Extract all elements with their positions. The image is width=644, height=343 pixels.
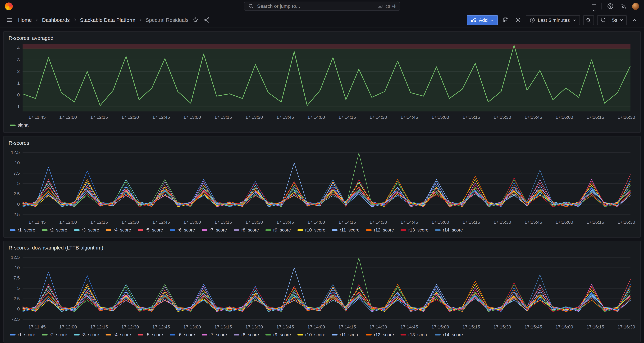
search-input[interactable] xyxy=(257,3,374,9)
legend-item-r2_score[interactable]: r2_score xyxy=(42,227,67,232)
legend-marker xyxy=(170,229,176,230)
legend-item-r4_score[interactable]: r4_score xyxy=(106,227,131,232)
x-axis-label: 17:12:00 xyxy=(59,324,77,329)
legend-item-r11_score[interactable]: r11_score xyxy=(332,227,360,232)
legend-label: r7_score xyxy=(209,227,227,232)
legend-item-r7_score[interactable]: r7_score xyxy=(202,227,227,232)
breadcrumb-folder[interactable]: Stackable Data Platform xyxy=(80,17,135,23)
x-axis-label: 17:16:15 xyxy=(586,324,604,329)
legend-item-r3_score[interactable]: r3_score xyxy=(74,227,99,232)
time-range-picker[interactable]: Last 5 minutes xyxy=(526,15,580,25)
legend-marker xyxy=(106,334,112,335)
share-button[interactable] xyxy=(202,16,212,25)
add-panel-button[interactable]: Add xyxy=(467,15,498,25)
breadcrumb-home[interactable]: Home xyxy=(18,17,32,23)
panel-title[interactable]: R-scores: averaged xyxy=(9,34,635,43)
refresh-interval-label: 5s xyxy=(612,17,617,23)
x-axis-label: 17:15:00 xyxy=(432,115,449,120)
legend-marker xyxy=(332,334,338,335)
legend-marker xyxy=(234,334,239,335)
legend-item-signal[interactable]: signal xyxy=(10,123,30,127)
legend-label: r14_score xyxy=(443,227,463,232)
refresh-button[interactable] xyxy=(598,16,609,25)
save-dashboard-button[interactable] xyxy=(501,16,510,25)
panel-rscores: R-scores 12.5107.552.50-2.517:11:4517:12… xyxy=(3,136,641,238)
legend-item-r1_score[interactable]: r1_score xyxy=(10,227,35,232)
search-icon xyxy=(248,3,254,10)
chart-svg[interactable]: 43210-117:11:4517:12:0017:12:1517:12:301… xyxy=(9,43,636,121)
legend-item-r8_score[interactable]: r8_score xyxy=(234,227,259,232)
x-axis-label: 17:16:00 xyxy=(556,115,573,120)
legend-label: r1_score xyxy=(18,227,35,232)
legend-item-r11_score[interactable]: r11_score xyxy=(332,332,360,337)
legend-marker xyxy=(10,334,16,335)
legend-item-r9_score[interactable]: r9_score xyxy=(266,227,291,232)
panel-title[interactable]: R-scores xyxy=(9,139,635,147)
timeseries-chart[interactable]: 12.5107.552.50-2.517:11:4517:12:0017:12:… xyxy=(9,252,635,330)
legend-item-r14_score[interactable]: r14_score xyxy=(435,332,463,337)
legend-item-r8_score[interactable]: r8_score xyxy=(234,332,259,337)
user-avatar[interactable] xyxy=(632,3,639,10)
chevron-right-icon xyxy=(73,18,77,22)
grafana-logo[interactable] xyxy=(5,2,13,10)
x-axis-label: 17:12:30 xyxy=(121,115,139,120)
settings-gear-icon xyxy=(515,17,521,23)
legend-item-r5_score[interactable]: r5_score xyxy=(138,332,163,337)
legend-item-r14_score[interactable]: r14_score xyxy=(435,227,463,232)
dashboard-settings-button[interactable] xyxy=(514,16,522,25)
chart-svg[interactable]: 12.5107.552.50-2.517:11:4517:12:0017:12:… xyxy=(9,252,636,330)
timeseries-chart[interactable]: 12.5107.552.50-2.517:11:4517:12:0017:12:… xyxy=(9,147,635,225)
legend-item-r13_score[interactable]: r13_score xyxy=(400,227,428,232)
x-axis-label: 17:15:15 xyxy=(462,115,480,120)
shortcut-label: ctrl+k xyxy=(386,4,396,9)
legend-item-r10_score[interactable]: r10_score xyxy=(297,227,325,232)
timeseries-chart[interactable]: 43210-117:11:4517:12:0017:12:1517:12:301… xyxy=(9,43,635,121)
legend-item-r5_score[interactable]: r5_score xyxy=(138,227,163,232)
legend-item-r12_score[interactable]: r12_score xyxy=(366,332,394,337)
chart-svg[interactable]: 12.5107.552.50-2.517:11:4517:12:0017:12:… xyxy=(9,147,636,225)
x-axis-label: 17:13:00 xyxy=(183,324,201,329)
x-axis-label: 17:15:00 xyxy=(432,324,449,329)
new-item-button[interactable] xyxy=(591,2,597,11)
legend-item-r2_score[interactable]: r2_score xyxy=(42,332,67,337)
legend-label: r8_score xyxy=(241,332,259,337)
breadcrumb-dashboards[interactable]: Dashboards xyxy=(42,17,70,23)
legend-label: signal xyxy=(18,123,30,127)
x-axis-label: 17:14:15 xyxy=(338,115,356,120)
help-button[interactable] xyxy=(606,2,615,11)
legend-item-r6_score[interactable]: r6_score xyxy=(170,332,195,337)
zoom-out-time-button[interactable] xyxy=(583,15,594,25)
legend-label: r9_score xyxy=(273,227,291,232)
legend-item-r4_score[interactable]: r4_score xyxy=(106,332,131,337)
time-range-label: Last 5 minutes xyxy=(538,17,570,23)
panel-title[interactable]: R-scores: downsampled (LTTB algorithm) xyxy=(9,243,635,252)
legend-marker xyxy=(400,229,406,230)
share-icon xyxy=(204,17,210,23)
mega-menu-toggle[interactable] xyxy=(5,16,14,25)
x-axis-label: 17:16:00 xyxy=(556,220,573,225)
panel-add-icon xyxy=(471,17,476,23)
legend-item-r10_score[interactable]: r10_score xyxy=(297,332,325,337)
y-axis-label: 10 xyxy=(15,160,20,165)
search-box[interactable]: ctrl+k xyxy=(244,2,400,11)
legend-item-r6_score[interactable]: r6_score xyxy=(170,227,195,232)
legend-item-r1_score[interactable]: r1_score xyxy=(10,332,35,337)
legend-item-r12_score[interactable]: r12_score xyxy=(366,227,394,232)
y-axis-label: 7.5 xyxy=(14,171,20,176)
legend-item-r7_score[interactable]: r7_score xyxy=(202,332,227,337)
collapse-toolbar-button[interactable] xyxy=(630,16,639,25)
zoom-out-icon xyxy=(586,17,592,23)
legend-item-r3_score[interactable]: r3_score xyxy=(74,332,99,337)
x-axis-label: 17:16:15 xyxy=(586,220,604,225)
x-axis-label: 17:13:15 xyxy=(214,220,232,225)
y-axis-label: 0 xyxy=(17,202,20,207)
legend-marker xyxy=(138,229,144,230)
news-button[interactable] xyxy=(619,2,628,11)
legend-item-r13_score[interactable]: r13_score xyxy=(400,332,428,337)
breadcrumb-current-dashboard[interactable]: Spectral Residuals xyxy=(146,17,188,23)
favorite-button[interactable] xyxy=(191,16,200,25)
refresh-interval-dropdown[interactable]: 5s xyxy=(609,16,626,25)
panel-rscores-downsampled: R-scores: downsampled (LTTB algorithm) 1… xyxy=(3,241,641,342)
legend-item-r9_score[interactable]: r9_score xyxy=(266,332,291,337)
legend-label: r4_score xyxy=(114,227,131,232)
